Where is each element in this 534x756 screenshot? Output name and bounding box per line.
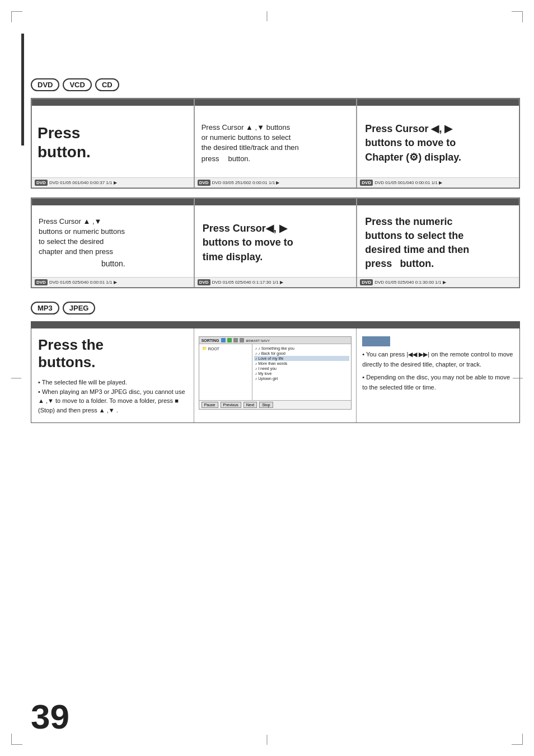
fb-pause-btn[interactable]: Pause	[202, 402, 218, 408]
section2-cell1: Press Cursor ▲ ,▼ buttons or numeric but…	[31, 198, 194, 288]
corner-mark-tr	[512, 11, 523, 22]
mp3-bullet-list: The selected file will be played. When p…	[38, 378, 187, 415]
fb-root-item[interactable]: 📁 ROOT	[201, 346, 250, 351]
s2-cell2-line2: buttons to move to	[203, 236, 351, 250]
cell3-status-text: DVD 01/05 001/040 0:00:01 1/1 ▶	[374, 180, 442, 185]
center-mark-bottom	[267, 735, 268, 745]
mp3-right-bullet-1: You can press |◀◀ ▶▶| on the remote cont…	[362, 350, 514, 369]
fb-file-0[interactable]: ♪♪ Something like you	[254, 346, 350, 351]
corner-mark-tl	[11, 11, 22, 22]
fb-file-3[interactable]: ♪ More than words	[254, 361, 350, 366]
fb-file-6[interactable]: ♪ Uptown girl	[254, 376, 350, 381]
s2-cell1-line2: buttons or numeric buttons	[39, 227, 188, 237]
mp3-left-panel: Press thebuttons. The selected file will…	[31, 328, 194, 422]
cell1-line2: button.	[38, 143, 188, 162]
s2-cell1-line1: Press Cursor ▲ ,▼	[39, 217, 188, 227]
dvd-icon: DVD	[198, 279, 210, 285]
s2-cell1-text: Press Cursor ▲ ,▼ buttons or numeric but…	[32, 205, 194, 277]
corner-mark-bl	[11, 734, 22, 745]
color-box	[362, 336, 390, 346]
note-icon: ♪	[255, 377, 257, 381]
cell3-status: DVD DVD 01/05 001/040 0:00:01 1/1 ▶	[357, 177, 519, 187]
cell-header	[195, 99, 357, 106]
format-badges-row1: DVD VCD CD	[31, 78, 520, 91]
note-icon: ♪	[255, 372, 257, 375]
fb-body: 📁 ROOT ♪♪ Something like you ♪♪ Back for…	[199, 344, 352, 400]
cell1-status: DVD DVD 01/05 001/040 0:00:37 1/1 ▶	[32, 177, 194, 187]
cell2-line1: Press Cursor ▲ ,▼ buttons	[202, 123, 350, 133]
dvd-icon: DVD	[198, 180, 210, 186]
mp3-bullet-2: When playing an MP3 or JPEG disc, you ca…	[38, 387, 187, 415]
cell3-line2: buttons to move to	[365, 136, 511, 150]
badge-jpeg: JPEG	[63, 302, 96, 314]
cell-header	[357, 199, 519, 205]
folder-icon: 📁	[202, 346, 207, 351]
fb-file-4[interactable]: ♪ I need you	[254, 366, 350, 371]
s2-cell2-line1: Press Cursor◀, ▶	[203, 222, 351, 236]
fb-toolbar: SORTING ⊕SMART NAVY	[199, 337, 352, 344]
format-badges-mp3: MP3 JPEG	[31, 302, 520, 314]
cell1-text: Press button.	[32, 106, 194, 177]
fb-icon4	[240, 338, 244, 342]
s2-cell1-line5: button.	[39, 259, 188, 270]
fb-icon3	[233, 338, 238, 342]
s2-cell1-status: DVD DVD 01/05 025/040 0:00:01 1/1 ▶	[32, 277, 194, 287]
note-icon: ♪	[255, 356, 257, 360]
fb-prev-btn[interactable]: Previous	[221, 402, 241, 408]
s2-cell1-line3: to select the desired	[39, 237, 188, 247]
mp3-bullet-1: The selected file will be played.	[38, 378, 187, 387]
mp3-jpeg-section: Press thebuttons. The selected file will…	[31, 321, 520, 423]
s2-cell3-status: DVD DVD 01/05 025/040 0:1:30:00 1/1 ▶	[357, 277, 519, 287]
fb-left-panel: 📁 ROOT	[199, 344, 252, 400]
fb-icon1	[221, 338, 226, 342]
cell-header	[195, 199, 357, 205]
cell-header	[357, 99, 519, 106]
fb-stop-btn[interactable]: Stop	[259, 402, 273, 408]
cell3-line3: Chapter (⚙) display.	[365, 151, 511, 165]
cell2-status-text: DVD 03/05 251/002 0:00:01 1/1 ▶	[212, 180, 280, 185]
cell3-text: Press Cursor ◀, ▶ buttons to move to Cha…	[357, 106, 519, 177]
s2-cell3-text: Press the numeric buttons to select the …	[357, 205, 519, 277]
fb-icon2	[227, 338, 232, 342]
fb-next-btn[interactable]: Next	[243, 402, 257, 408]
badge-mp3: MP3	[31, 302, 59, 314]
s2-cell3-line3: desired time and then	[365, 243, 513, 257]
cell2-text: Press Cursor ▲ ,▼ buttons or numeric but…	[195, 106, 357, 177]
cell-header	[32, 199, 194, 205]
cell2-line2: or numeric buttons to select	[202, 133, 350, 143]
cell1-line1: Press	[38, 124, 188, 143]
mp3-middle-panel: SORTING ⊕SMART NAVY 📁 ROOT	[194, 328, 357, 422]
mp3-big-text: Press thebuttons.	[38, 336, 187, 371]
s2-cell2-line3: time display.	[203, 250, 351, 264]
fb-smart-navy: ⊕SMART NAVY	[246, 339, 270, 342]
badge-dvd: DVD	[31, 78, 59, 91]
section2-grid: Press Cursor ▲ ,▼ buttons or numeric but…	[31, 198, 520, 288]
cell2-line4: press button.	[202, 154, 350, 164]
corner-mark-br	[512, 734, 523, 745]
cell-header	[32, 99, 194, 106]
fb-right-panel: ♪♪ Something like you ♪♪ Back for good ♪…	[252, 344, 352, 400]
fb-file-2[interactable]: ♪ Love of my life	[254, 356, 350, 361]
center-mark-top	[267, 11, 268, 21]
section2-cell3: Press the numeric buttons to select the …	[357, 198, 519, 288]
section2-cell2: Press Cursor◀, ▶ buttons to move to time…	[194, 198, 357, 288]
mp3-content-grid: Press thebuttons. The selected file will…	[31, 328, 519, 422]
section1-cell1: Press button. DVD DVD 01/05 001/040 0:00…	[31, 98, 194, 188]
left-sidebar-bar	[21, 34, 24, 145]
s2-cell3-status-text: DVD 01/05 025/040 0:1:30:00 1/1 ▶	[374, 280, 446, 285]
file-browser: SORTING ⊕SMART NAVY 📁 ROOT	[199, 336, 352, 410]
s2-cell3-line2: buttons to select the	[365, 229, 513, 243]
cell2-line3: the desired title/track and then	[202, 143, 350, 153]
root-label: ROOT	[208, 347, 219, 351]
section1-cell3: Press Cursor ◀, ▶ buttons to move to Cha…	[357, 98, 519, 188]
page-number: 39	[31, 697, 69, 736]
fb-file-1[interactable]: ♪♪ Back for good	[254, 351, 350, 356]
section1-cell2: Press Cursor ▲ ,▼ buttons or numeric but…	[194, 98, 357, 188]
dvd-icon: DVD	[360, 180, 373, 186]
s2-cell2-status-text: DVD 01/05 025/040 0:1:17:30 1/1 ▶	[212, 280, 283, 285]
note-icon: ♪	[255, 351, 257, 355]
mp3-section-header	[31, 322, 519, 328]
cell1-status-text: DVD 01/05 001/040 0:00:37 1/1 ▶	[49, 180, 117, 185]
note-icon: ♪	[255, 367, 257, 370]
fb-file-5[interactable]: ♪ My love	[254, 371, 350, 376]
